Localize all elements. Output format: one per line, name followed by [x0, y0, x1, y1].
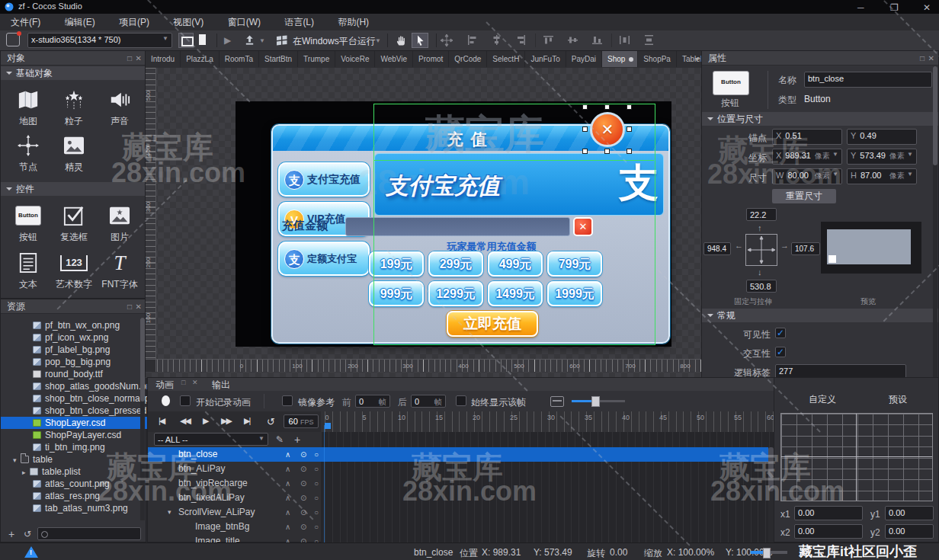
- coord-x-field[interactable]: X989.31▼像素: [772, 149, 842, 165]
- visibility-icon[interactable]: ⊙: [300, 491, 306, 505]
- mirror-checkbox[interactable]: [282, 395, 293, 406]
- timeline-ruler[interactable]: 0 5 10 15 20 25 30 35 40 45 50 55 60: [321, 411, 774, 433]
- y1-field[interactable]: 0.00: [885, 506, 934, 520]
- object-particle[interactable]: 粒子: [50, 88, 98, 128]
- tab-overflow-icon[interactable]: ▾: [695, 55, 699, 63]
- selection-handle[interactable]: [627, 149, 632, 154]
- scene-tab[interactable]: PayDai: [566, 51, 602, 67]
- distribute-vertical-icon[interactable]: [643, 34, 655, 46]
- run-target-dropdown[interactable]: 在Windows平台运行: [293, 35, 376, 48]
- selection-handle[interactable]: [627, 126, 632, 132]
- last-frame-icon[interactable]: ▶|: [244, 416, 249, 426]
- close-panel-icon[interactable]: ✕: [136, 300, 142, 314]
- fold-track-icon[interactable]: ∧: [285, 462, 290, 476]
- track-timeline[interactable]: [321, 462, 774, 476]
- y2-field[interactable]: 0.00: [885, 524, 934, 539]
- tab-custom[interactable]: 自定义: [809, 393, 836, 406]
- close-window-icon[interactable]: ✕: [923, 2, 931, 13]
- scrollbar[interactable]: [933, 66, 937, 382]
- scene-tab[interactable]: WebVie: [375, 51, 413, 67]
- fold-track-icon[interactable]: ∧: [285, 491, 290, 505]
- menu-edit[interactable]: 编辑(E): [54, 14, 106, 31]
- tab-preset[interactable]: 预设: [889, 393, 907, 406]
- prev-frame-icon[interactable]: ◀◀: [180, 416, 190, 426]
- selection-handle[interactable]: [604, 104, 610, 110]
- lock-icon[interactable]: ○: [314, 520, 319, 534]
- loop-icon[interactable]: ↺: [267, 416, 275, 427]
- widget-image[interactable]: 图片: [95, 203, 144, 244]
- select-tool-button[interactable]: [412, 33, 428, 48]
- float-panel-icon[interactable]: □: [920, 52, 925, 66]
- collapse-icon[interactable]: ▾: [13, 454, 21, 466]
- section-general[interactable]: 常规: [702, 309, 938, 322]
- scene-tab[interactable]: SelectH: [487, 51, 525, 67]
- margin-top-field[interactable]: 22.2: [746, 208, 777, 221]
- widget-text[interactable]: 文本: [4, 251, 53, 291]
- selection-handle[interactable]: [582, 126, 588, 132]
- menu-file[interactable]: 文件(F): [0, 14, 51, 31]
- margin-left-field[interactable]: 948.4: [703, 242, 731, 255]
- slider-handle[interactable]: [763, 548, 771, 558]
- always-show-checkbox[interactable]: [456, 395, 466, 406]
- scene-tab[interactable]: Introdu: [146, 51, 181, 67]
- object-sprite[interactable]: 精灵: [50, 133, 98, 174]
- visibility-icon[interactable]: ⊙: [300, 447, 306, 462]
- section-basic-objects[interactable]: 基础对象: [1, 66, 146, 80]
- anchor-y-field[interactable]: Y0.49: [847, 129, 917, 145]
- align-top-icon[interactable]: [543, 34, 554, 46]
- first-frame-icon[interactable]: |◀: [159, 416, 164, 426]
- add-resource-icon[interactable]: +: [8, 528, 14, 540]
- coord-y-field[interactable]: Y573.49▼像素: [847, 149, 917, 165]
- collapse-icon[interactable]: ▾: [168, 505, 171, 520]
- track-timeline[interactable]: [321, 447, 774, 462]
- move-anchor-icon[interactable]: [441, 34, 453, 46]
- new-scene-icon[interactable]: [6, 33, 20, 46]
- visibility-icon[interactable]: ⊙: [300, 520, 306, 534]
- fixed-alipay-button[interactable]: 支 定额支付宝: [278, 242, 370, 276]
- margin-right-field[interactable]: 107.6: [791, 242, 820, 255]
- alipay-recharge-button[interactable]: 支 支付宝充值: [278, 162, 370, 197]
- zoom-timeline-icon[interactable]: [550, 396, 564, 407]
- track-row[interactable]: Image_btnBg ∧ ⊙ ○: [148, 520, 774, 534]
- landscape-orientation-button[interactable]: [178, 33, 194, 48]
- menu-language[interactable]: 语言(L): [274, 14, 325, 31]
- track-filter-dropdown[interactable]: -- ALL --▼: [154, 433, 268, 446]
- scene-tab[interactable]: Trumpe: [298, 51, 335, 67]
- next-frame-icon[interactable]: ▶▶: [221, 416, 231, 426]
- close-panel-icon[interactable]: ✕: [192, 379, 198, 386]
- warning-icon[interactable]: !: [24, 546, 38, 558]
- visibility-icon[interactable]: ⊙: [300, 505, 306, 520]
- menu-project[interactable]: 项目(P): [108, 14, 160, 31]
- menu-window[interactable]: 窗口(W): [217, 14, 271, 31]
- menu-help[interactable]: 帮助(H): [327, 14, 380, 31]
- object-sound[interactable]: 声音: [95, 88, 144, 128]
- track-timeline[interactable]: [321, 491, 774, 505]
- selection-handle[interactable]: [627, 104, 632, 110]
- track-row[interactable]: btn_ALiPay ∧ ⊙ ○: [148, 462, 774, 476]
- name-input[interactable]: btn_close: [804, 72, 932, 88]
- tab-output[interactable]: 输出: [212, 379, 230, 392]
- canvas-zoom-slider[interactable]: [751, 551, 787, 554]
- fps-field[interactable]: 60 FPS: [284, 414, 319, 428]
- lock-icon[interactable]: ○: [314, 447, 319, 462]
- hand-tool-icon[interactable]: [395, 34, 407, 46]
- track-timeline[interactable]: [321, 505, 774, 520]
- fold-track-icon[interactable]: ∧: [285, 447, 290, 462]
- fold-track-icon[interactable]: ∧: [285, 476, 290, 491]
- lock-icon[interactable]: ○: [314, 505, 319, 520]
- size-w-field[interactable]: W80.00▼像素: [772, 168, 842, 184]
- edit-animation-icon[interactable]: ✎: [276, 434, 284, 445]
- size-h-field[interactable]: H87.00▼像素: [847, 168, 917, 184]
- align-bottom-icon[interactable]: [591, 34, 603, 46]
- align-vcenter-icon[interactable]: [567, 34, 578, 46]
- dialog-close-button[interactable]: ✕: [590, 112, 625, 147]
- widget-checkbox[interactable]: 复选框: [50, 203, 98, 244]
- scrollbar[interactable]: [768, 447, 774, 543]
- selection-handle[interactable]: [582, 149, 588, 154]
- record-icon[interactable]: [162, 395, 170, 406]
- widget-art-number[interactable]: 123 艺术数字: [50, 251, 98, 291]
- align-left-icon[interactable]: [466, 34, 478, 46]
- before-frames-field[interactable]: 0帧: [355, 395, 390, 408]
- float-panel-icon[interactable]: □: [127, 300, 132, 314]
- play-icon[interactable]: ▶: [224, 35, 231, 46]
